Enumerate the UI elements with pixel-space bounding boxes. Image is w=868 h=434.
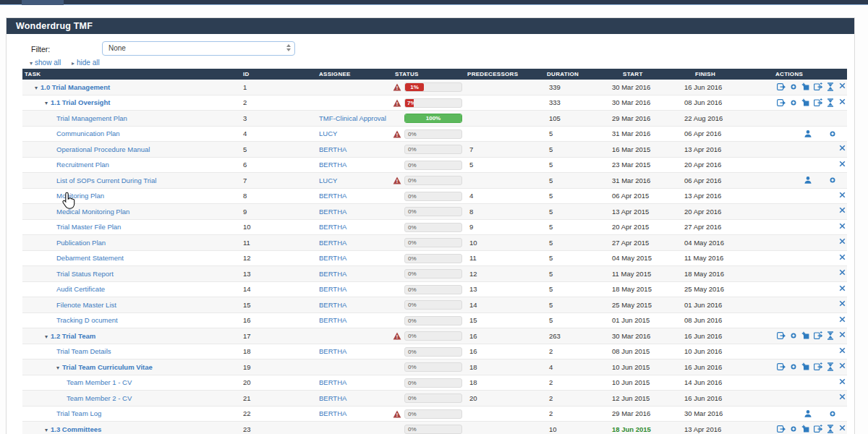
- settings-icon[interactable]: [828, 409, 837, 418]
- task-link[interactable]: Debarment Statement: [56, 254, 124, 262]
- delete-icon[interactable]: [839, 238, 847, 247]
- task-link[interactable]: Audit Certificate: [56, 285, 105, 293]
- delete-icon[interactable]: [839, 285, 847, 294]
- task-link[interactable]: Team Member 1 - CV: [67, 378, 132, 386]
- task-link[interactable]: 1.1 Trial Oversight: [51, 98, 110, 106]
- delete-icon[interactable]: [839, 82, 847, 91]
- caret-down-icon[interactable]: ▾: [45, 333, 48, 340]
- task-link[interactable]: Trial Team Details: [56, 347, 111, 355]
- hourglass-icon[interactable]: [827, 98, 835, 107]
- filter-select[interactable]: None: [102, 41, 295, 56]
- add-document-icon[interactable]: [801, 331, 810, 340]
- export-task-icon[interactable]: [777, 425, 786, 433]
- add-subtask-icon[interactable]: [814, 331, 822, 340]
- assignee-link[interactable]: BERTHA: [319, 270, 346, 278]
- show-all-link[interactable]: show all: [35, 59, 61, 67]
- assignee-link[interactable]: LUCY: [319, 129, 337, 137]
- export-task-icon[interactable]: [777, 331, 786, 340]
- task-link[interactable]: Medical Monitoring Plan: [56, 208, 129, 216]
- assignee-link[interactable]: BERTHA: [319, 254, 346, 262]
- assignee-link[interactable]: BERTHA: [319, 301, 346, 309]
- caret-down-icon[interactable]: ▾: [45, 100, 48, 106]
- assignee-link[interactable]: TMF-Clinical Approval: [319, 114, 386, 122]
- assignee-link[interactable]: BERTHA: [319, 223, 346, 231]
- delete-icon[interactable]: [839, 331, 847, 340]
- delete-icon[interactable]: [839, 161, 847, 169]
- settings-icon[interactable]: [789, 98, 798, 107]
- hide-all-link[interactable]: hide all: [77, 59, 100, 67]
- add-document-icon[interactable]: [801, 425, 810, 433]
- delete-icon[interactable]: [839, 425, 847, 433]
- task-link[interactable]: Tracking D ocument: [56, 316, 118, 324]
- delete-icon[interactable]: [839, 145, 847, 153]
- add-document-icon[interactable]: [801, 362, 810, 371]
- task-link[interactable]: List of SOPs Current During Trial: [56, 176, 156, 184]
- delete-icon[interactable]: [839, 207, 847, 216]
- delete-icon[interactable]: [839, 223, 847, 231]
- task-link[interactable]: 1.3 Committees: [51, 425, 101, 433]
- task-link[interactable]: 1.0 Trial Management: [41, 83, 110, 91]
- caret-down-icon[interactable]: ▾: [35, 85, 38, 91]
- delete-icon[interactable]: [839, 316, 847, 325]
- task-link[interactable]: Monitoring Plan: [56, 192, 104, 200]
- hourglass-icon[interactable]: [827, 82, 835, 91]
- task-link[interactable]: Team Member 2 - CV: [67, 394, 132, 402]
- task-link[interactable]: Trial Master File Plan: [56, 223, 121, 231]
- task-link[interactable]: Trial Team Log: [56, 409, 101, 417]
- task-link[interactable]: Publication Plan: [56, 239, 106, 247]
- assignee-link[interactable]: BERTHA: [319, 192, 346, 200]
- user-icon[interactable]: [804, 409, 812, 418]
- assignee-link[interactable]: BERTHA: [319, 161, 346, 169]
- settings-icon[interactable]: [789, 331, 798, 340]
- caret-down-icon[interactable]: ▾: [56, 365, 59, 371]
- settings-icon[interactable]: [789, 82, 798, 91]
- task-link[interactable]: Trial Status Report: [56, 270, 114, 278]
- delete-icon[interactable]: [839, 362, 847, 371]
- add-subtask-icon[interactable]: [814, 425, 822, 433]
- task-link[interactable]: Trial Management Plan: [56, 114, 127, 122]
- assignee-link[interactable]: BERTHA: [319, 378, 346, 386]
- delete-icon[interactable]: [839, 347, 847, 356]
- delete-icon[interactable]: [839, 254, 847, 263]
- assignee-link[interactable]: BERTHA: [319, 409, 346, 417]
- assignee-link[interactable]: BERTHA: [319, 285, 346, 293]
- task-link[interactable]: Operational Procedure Manual: [56, 145, 150, 153]
- assignee-link[interactable]: BERTHA: [319, 316, 346, 324]
- hourglass-icon[interactable]: [827, 331, 835, 340]
- export-task-icon[interactable]: [777, 98, 786, 107]
- delete-icon[interactable]: [839, 300, 847, 309]
- assignee-link[interactable]: BERTHA: [319, 347, 346, 355]
- task-link[interactable]: Recruitment Plan: [56, 161, 109, 169]
- settings-icon[interactable]: [789, 362, 798, 371]
- add-document-icon[interactable]: [801, 98, 810, 107]
- export-task-icon[interactable]: [777, 362, 786, 371]
- delete-icon[interactable]: [839, 98, 847, 107]
- add-subtask-icon[interactable]: [814, 82, 822, 91]
- assignee-link[interactable]: LUCY: [319, 176, 337, 184]
- task-link[interactable]: 1.2 Trial Team: [51, 332, 95, 340]
- assignee-link[interactable]: BERTHA: [319, 394, 346, 402]
- add-subtask-icon[interactable]: [814, 362, 822, 371]
- caret-down-icon[interactable]: ▾: [45, 427, 48, 433]
- assignee-link[interactable]: BERTHA: [319, 145, 346, 153]
- user-icon[interactable]: [804, 129, 812, 138]
- settings-icon[interactable]: [828, 129, 837, 138]
- delete-icon[interactable]: [839, 269, 847, 278]
- delete-icon[interactable]: [839, 393, 847, 402]
- task-link[interactable]: Filenote Master List: [56, 301, 116, 309]
- assignee-link[interactable]: BERTHA: [319, 239, 346, 247]
- delete-icon[interactable]: [839, 378, 847, 387]
- add-document-icon[interactable]: [801, 82, 810, 91]
- export-task-icon[interactable]: [777, 82, 786, 91]
- browser-tab[interactable]: [22, 0, 64, 5]
- hourglass-icon[interactable]: [827, 425, 835, 433]
- hourglass-icon[interactable]: [827, 362, 835, 371]
- assignee-link[interactable]: BERTHA: [319, 208, 346, 216]
- task-link[interactable]: Communication Plan: [56, 129, 120, 137]
- user-icon[interactable]: [804, 176, 812, 184]
- task-link[interactable]: Trial Team Curriculum Vitae: [62, 363, 153, 371]
- delete-icon[interactable]: [839, 192, 847, 200]
- settings-icon[interactable]: [828, 176, 837, 184]
- add-subtask-icon[interactable]: [814, 98, 822, 107]
- settings-icon[interactable]: [789, 425, 798, 433]
